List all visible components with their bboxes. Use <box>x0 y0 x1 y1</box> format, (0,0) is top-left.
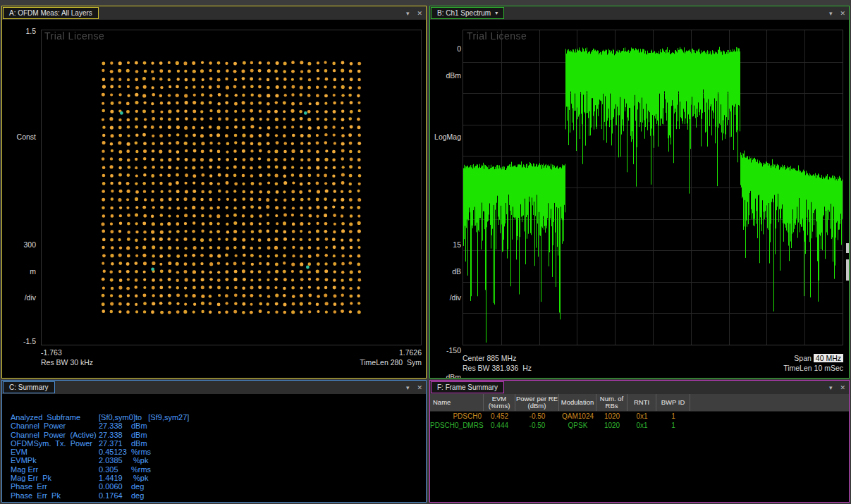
summary-content: Analyzed Subframe[Sf0,sym0]to [Sf9,sym27… <box>2 394 426 502</box>
summary-row: EVM0.45123%rms <box>11 448 189 456</box>
frame-column-header[interactable]: Power per RE (dBm) <box>515 394 559 411</box>
close-icon[interactable]: ✕ <box>417 384 422 391</box>
summary-text: %pk <box>131 474 148 482</box>
summary-text: EVM <box>11 448 99 456</box>
spectrum-plot-area[interactable] <box>463 30 843 345</box>
trace-format-label: LogMag <box>433 133 461 142</box>
scrollbar-mark-top[interactable] <box>846 243 849 253</box>
tab-ofdm-meas[interactable]: A: OFDM Meas: All Layers <box>3 7 99 19</box>
summary-text: 0.1764 <box>99 491 131 500</box>
spectrum-footer-row2: Res BW 381.936 Hz TimeLen 10 mSec <box>463 364 843 372</box>
res-bw-value[interactable]: Res BW 30 kHz <box>41 358 93 367</box>
frame-column-header[interactable]: Num. of RBs <box>596 394 627 411</box>
summary-text: Channel Power <box>11 422 99 430</box>
frame-cell: 0x1 <box>627 421 656 430</box>
summary-text: OFDMSym. Tx. Power <box>11 439 99 448</box>
frame-cell: PDSCH0 <box>430 412 484 421</box>
x-axis-labels: -1.763 1.7626 <box>41 348 422 357</box>
center-freq-value[interactable]: Center 885 MHz <box>463 354 516 362</box>
summary-row: Mag Err Pk1.4419 %pk <box>11 474 189 482</box>
summary-window-controls: ▾ ✕ <box>406 381 422 394</box>
summary-text: 27.371 <box>99 439 131 448</box>
scrollbar-thumb[interactable] <box>846 259 849 281</box>
summary-text: dBm <box>131 439 147 448</box>
frame-column-header[interactable]: RNTI <box>627 394 656 411</box>
frame-table-body: PDSCH00.452-0.50QAM102410200x11PDSCH0_DM… <box>430 412 849 430</box>
tab-frame-summary[interactable]: F: Frame Summary <box>431 381 504 393</box>
tab-spectrum-label: B: Ch1 Spectrum <box>437 9 491 17</box>
frame-header-filler <box>690 394 849 411</box>
summary-text: Mag Err Pk <box>11 474 99 482</box>
window-frame-summary: F: Frame Summary ▾ ✕ NameEVM (%rms)Power… <box>429 380 850 503</box>
close-icon[interactable]: ✕ <box>417 10 422 17</box>
timelen-value[interactable]: TimeLen 10 mSec <box>783 364 843 372</box>
window-summary: C: Summary ▾ ✕ Analyzed Subframe[Sf0,sym… <box>1 380 427 503</box>
frame-table-row[interactable]: PDSCH00.452-0.50QAM102410200x11 <box>430 412 849 421</box>
frame-cell: 0x1 <box>627 412 656 421</box>
trial-license-watermark: Trial License <box>44 30 104 42</box>
summary-row: Channel Power (Active)27.338dBm <box>11 431 189 439</box>
window-menu-icon[interactable]: ▾ <box>406 384 410 391</box>
frame-cell: 1020 <box>596 421 627 430</box>
summary-text: EVMPk <box>11 456 99 465</box>
summary-row: Phase Err Pk0.1764deg <box>11 491 189 500</box>
trace-format-label: Const <box>8 133 36 142</box>
window-menu-icon[interactable]: ▾ <box>829 384 833 391</box>
summary-text: deg <box>131 491 144 500</box>
summary-text: Mag Err <box>11 465 99 474</box>
frame-cell: 1 <box>656 421 690 430</box>
close-icon[interactable]: ✕ <box>840 384 845 391</box>
chevron-down-icon[interactable]: ▾ <box>495 10 498 16</box>
frame-cell: QAM1024 <box>559 412 596 421</box>
window-menu-icon[interactable]: ▾ <box>406 10 410 17</box>
ofdm-window-controls: ▾ ✕ <box>406 6 422 20</box>
res-bw-value[interactable]: Res BW 381.936 Hz <box>463 364 532 372</box>
summary-row: Phase Err0.0060deg <box>11 482 189 491</box>
summary-text: 0.45123 <box>99 448 131 456</box>
frame-table-row[interactable]: PDSCH0_DMRS0.444-0.50QPSK10200x11 <box>430 421 849 430</box>
summary-text: %pk <box>131 456 148 465</box>
window-menu-icon[interactable]: ▾ <box>829 10 833 17</box>
window-ofdm-meas: A: OFDM Meas: All Layers ▾ ✕ Trial Licen… <box>1 6 427 379</box>
summary-text: Analyzed Subframe <box>11 413 99 422</box>
ofdm-titlebar[interactable]: A: OFDM Meas: All Layers ▾ ✕ <box>2 6 426 20</box>
summary-titlebar[interactable]: C: Summary ▾ ✕ <box>2 381 426 394</box>
summary-text: to [Sf9,sym27] <box>135 413 189 422</box>
frame-cell: PDSCH0_DMRS <box>430 421 484 430</box>
summary-text: Phase Err Pk <box>11 491 99 500</box>
frame-column-header[interactable]: EVM (%rms) <box>484 394 515 411</box>
summary-text: Phase Err <box>11 482 99 491</box>
summary-row: Analyzed Subframe[Sf0,sym0]to [Sf9,sym27… <box>11 413 189 422</box>
scale-per-div-label: 15 dB /div <box>433 223 461 320</box>
ofdm-footer: Res BW 30 kHz TimeLen 280 Sym <box>41 358 422 367</box>
trial-license-watermark: Trial License <box>467 30 527 42</box>
span-group: Span 40 MHz <box>794 354 843 362</box>
frame-window-controls: ▾ ✕ <box>829 381 845 394</box>
frame-cell: 0.452 <box>484 412 515 421</box>
frame-column-header[interactable]: Name <box>430 394 484 411</box>
frame-table-header: NameEVM (%rms)Power per RE (dBm)Modulati… <box>430 394 849 412</box>
tab-spectrum[interactable]: B: Ch1 Spectrum ▾ <box>431 7 504 19</box>
constellation-canvas[interactable] <box>42 30 421 345</box>
y-min-label: -1.5 <box>8 337 36 346</box>
frame-cell: 0.444 <box>484 421 515 430</box>
tab-summary[interactable]: C: Summary <box>3 381 55 393</box>
summary-row: EVMPk2.0385 %pk <box>11 456 189 465</box>
summary-text: deg <box>131 482 144 491</box>
span-value-field[interactable]: 40 MHz <box>814 354 843 362</box>
frame-titlebar[interactable]: F: Frame Summary ▾ ✕ <box>430 381 849 394</box>
constellation-plot-area[interactable] <box>41 30 422 345</box>
summary-row: Mag Err0.305%rms <box>11 465 189 474</box>
frame-column-header[interactable]: BWP ID <box>656 394 690 411</box>
summary-text: %rms <box>131 465 151 474</box>
timelen-value[interactable]: TimeLen 280 Sym <box>360 358 422 367</box>
spectrum-canvas[interactable] <box>463 30 843 345</box>
close-icon[interactable]: ✕ <box>840 10 845 17</box>
summary-text: 0.0060 <box>99 482 131 491</box>
tab-ofdm-label: A: OFDM Meas: All Layers <box>9 9 92 17</box>
summary-text: 27.338 <box>99 422 131 430</box>
scale-per-div-label: 300 m /div <box>8 223 36 320</box>
frame-column-header[interactable]: Modulation <box>559 394 596 411</box>
spectrum-titlebar[interactable]: B: Ch1 Spectrum ▾ ▾ ✕ <box>430 6 849 20</box>
frame-cell: -0.50 <box>515 412 559 421</box>
